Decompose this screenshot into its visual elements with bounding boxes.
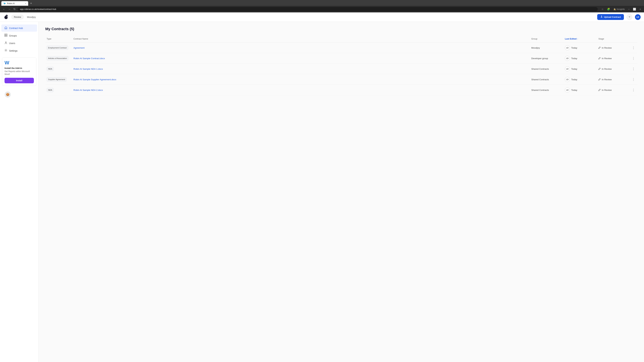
row-menu-button[interactable]: ⋮: [631, 87, 636, 92]
help-icon: ?: [629, 15, 630, 18]
editor-avatar: LD: [565, 87, 570, 92]
main-content: My Contracts (5) Type Contract Name Grou…: [38, 22, 644, 362]
user-avatar[interactable]: LD: [635, 14, 641, 20]
row-stage-cell: In Review: [597, 77, 630, 82]
browser-tab-bar: 🐦 Robin AI × +: [0, 0, 644, 6]
addon-install-button[interactable]: Install: [4, 78, 34, 83]
help-button[interactable]: ?: [626, 14, 632, 20]
app: Review Moodjoy Upload Contract ? LD Cont…: [0, 12, 644, 362]
row-type-cell: Supplier Agreement: [45, 76, 72, 83]
cookie-settings-button[interactable]: 🍪: [5, 91, 11, 97]
last-edited-date: Today: [571, 68, 577, 70]
row-name-cell: Robin AI Sample Contract.docx: [72, 56, 530, 61]
row-name-cell: Robin AI Sample NDA 2.docx: [72, 88, 530, 92]
row-menu-button[interactable]: ⋮: [631, 45, 636, 50]
stage-label: In Review: [602, 78, 612, 81]
table-header: Type Contract Name Group Last Edited ↑ S…: [45, 35, 637, 42]
sidebar-item-label-settings: Settings: [9, 49, 18, 52]
sidebar-item-settings[interactable]: Settings: [1, 47, 37, 54]
row-menu-cell: ⋮: [630, 55, 637, 62]
users-icon: [4, 41, 8, 45]
sidebar-item-users[interactable]: Users: [1, 39, 37, 47]
sidebar: Contract Hub Groups Users Settings: [0, 22, 38, 362]
col-last-edited[interactable]: Last Edited ↑: [564, 36, 597, 41]
browser-action-buttons: ☆ 🧩 🕵 Incognito − ⬜ ×: [600, 7, 642, 11]
group-name: Shared Contracts: [531, 78, 549, 81]
row-last-edited-cell: LD Today: [564, 65, 597, 72]
row-name-cell: Robin AI Sample NDA 1.docx: [72, 66, 530, 71]
table-row: NDA Robin AI Sample NDA 2.docx Shared Co…: [45, 85, 637, 95]
word-addon-promo: W Install the Add-in Get Reports within …: [2, 57, 36, 86]
last-edited-date: Today: [571, 57, 577, 60]
svg-rect-7: [6, 35, 7, 36]
stage-edit-icon: [598, 46, 601, 49]
table-row: Articles of Association Robin AI Sample …: [45, 53, 637, 64]
svg-rect-5: [6, 34, 7, 35]
groups-icon: [4, 34, 8, 37]
cookie-icon: 🍪: [6, 93, 10, 96]
window-close-button[interactable]: ×: [638, 7, 642, 11]
contracts-table: Employment Contract Agreement Moodjoy LD…: [45, 42, 637, 95]
tab-favicon: 🐦: [3, 2, 6, 5]
word-icon: W: [4, 60, 34, 65]
contract-name-link[interactable]: Agreement: [74, 46, 84, 49]
row-menu-button[interactable]: ⋮: [631, 77, 636, 82]
row-last-edited-cell: LD Today: [564, 55, 597, 62]
row-menu-cell: ⋮: [630, 44, 637, 51]
row-stage-cell: In Review: [597, 66, 630, 71]
contract-name-link[interactable]: Robin AI Sample NDA 1.docx: [74, 68, 103, 70]
review-button[interactable]: Review: [12, 15, 24, 19]
group-name: Shared Contracts: [531, 89, 549, 91]
addon-description: Get Reports within Microsoft Word!: [4, 70, 34, 76]
row-menu-button[interactable]: ⋮: [631, 56, 636, 61]
tab-title: Robin AI: [7, 2, 14, 5]
row-stage-cell: In Review: [597, 56, 630, 61]
tab-close-btn[interactable]: ×: [25, 2, 26, 4]
row-name-cell: Agreement: [72, 45, 530, 50]
row-menu-cell: ⋮: [630, 65, 637, 72]
browser-tab-active[interactable]: 🐦 Robin AI ×: [1, 1, 28, 6]
app-body: Contract Hub Groups Users Settings: [0, 22, 644, 362]
back-button[interactable]: ←: [2, 7, 6, 11]
stage-label: In Review: [602, 68, 612, 70]
incognito-label: 🕵 Incognito: [612, 7, 626, 11]
col-name: Contract Name: [72, 36, 530, 41]
sidebar-item-groups[interactable]: Groups: [1, 32, 37, 39]
contract-type-badge: Supplier Agreement: [46, 77, 66, 82]
settings-icon: [4, 49, 8, 53]
forward-button[interactable]: →: [8, 7, 12, 11]
row-type-cell: Employment Contract: [45, 44, 72, 51]
contract-name-link[interactable]: Robin AI Sample Supplier Agreement.docx: [74, 78, 116, 81]
svg-point-9: [5, 50, 6, 51]
browser-chrome: 🐦 Robin AI × + ← → ↻ ☆ 🧩 🕵 Incognito − ⬜…: [0, 0, 644, 12]
extensions-button[interactable]: 🧩: [606, 7, 611, 11]
refresh-button[interactable]: ↻: [13, 7, 16, 11]
new-tab-button[interactable]: +: [29, 1, 33, 6]
address-bar-input[interactable]: [18, 7, 598, 11]
upload-contract-button[interactable]: Upload Contract: [597, 14, 624, 20]
svg-point-2: [7, 16, 8, 17]
contract-name-link[interactable]: Robin AI Sample NDA 2.docx: [74, 89, 103, 91]
row-last-edited-cell: LD Today: [564, 86, 597, 93]
stage-edit-icon: [598, 89, 601, 91]
bookmark-button[interactable]: ☆: [600, 7, 604, 11]
svg-rect-6: [4, 35, 6, 36]
row-type-cell: NDA: [45, 66, 72, 72]
col-actions: [630, 36, 637, 41]
stage-label: In Review: [602, 46, 612, 49]
minimize-button[interactable]: −: [627, 7, 630, 11]
row-menu-button[interactable]: ⋮: [631, 66, 636, 71]
row-stage-cell: In Review: [597, 45, 630, 50]
last-edited-date: Today: [571, 89, 577, 91]
sidebar-item-contract-hub[interactable]: Contract Hub: [1, 24, 37, 32]
maximize-button[interactable]: ⬜: [632, 7, 637, 11]
group-name: Shared Contracts: [531, 68, 549, 70]
upload-icon: [600, 15, 603, 18]
contract-name-link[interactable]: Robin AI Sample Contract.docx: [74, 57, 105, 60]
sidebar-item-label-users: Users: [9, 42, 15, 44]
company-name: Moodjoy: [27, 16, 36, 18]
stage-label: In Review: [602, 57, 612, 60]
group-name: Moodjoy: [531, 46, 540, 49]
col-type: Type: [45, 36, 72, 41]
last-edited-date: Today: [571, 46, 577, 49]
